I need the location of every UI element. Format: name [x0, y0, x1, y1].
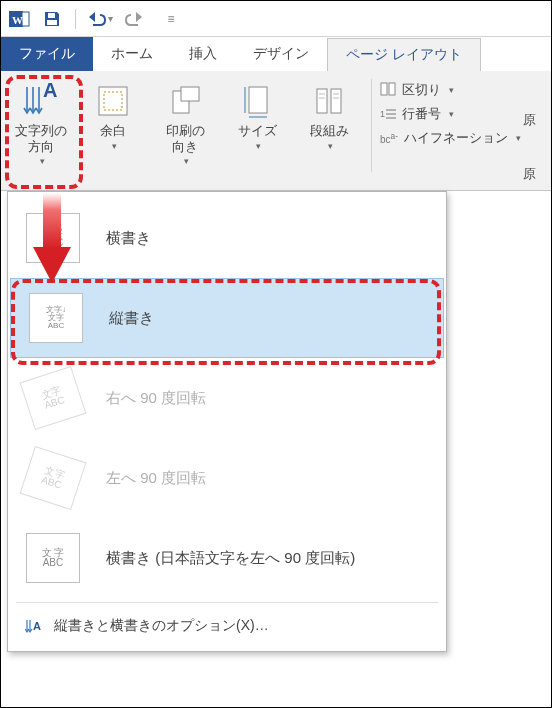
dd-item-rotate-left: 文字 ABC 左へ 90 度回転: [8, 438, 446, 518]
chevron-down-icon: ≡: [167, 12, 174, 26]
text-direction-dropdown: 文字 ABC 横書き 文字↓ 文字 ABC 縦書き 文字 ABC 右へ 90 度…: [7, 191, 447, 652]
thumb-rotate-right-icon: 文字 ABC: [20, 366, 87, 430]
ribbon-body: A 文字列の 方向 ▾ 余白 ▾ 印刷の 向き: [1, 71, 551, 191]
breaks-label: 区切り: [402, 81, 441, 99]
tab-insert[interactable]: 挿入: [171, 37, 235, 71]
orientation-button[interactable]: 印刷の 向き ▾: [149, 75, 221, 190]
dd-item-horizontal-jp-left[interactable]: 文 字 ABC 横書き (日本語文字を左へ 90 度回転): [8, 518, 446, 598]
tab-page-layout[interactable]: ページ レイアウト: [327, 38, 481, 72]
svg-rect-12: [181, 87, 199, 101]
svg-rect-22: [381, 83, 387, 95]
line-numbers-button[interactable]: 1 行番号 ▾: [380, 105, 521, 123]
dd-item-label: 横書き (日本語文字を左へ 90 度回転): [106, 549, 355, 568]
hyphenation-label: ハイフネーション: [404, 129, 508, 147]
columns-button[interactable]: 段組み ▾: [293, 75, 365, 190]
chevron-down-icon: ▾: [256, 141, 261, 151]
hyphenation-button[interactable]: bca- ハイフネーション ▾: [380, 129, 521, 147]
margins-icon: [93, 81, 133, 121]
text-direction-button[interactable]: A 文字列の 方向 ▾: [5, 75, 77, 190]
svg-text:A: A: [33, 620, 41, 632]
tab-file[interactable]: ファイル: [1, 37, 93, 71]
chevron-down-icon: ▾: [449, 109, 454, 119]
svg-rect-9: [99, 87, 127, 115]
chevron-down-icon: ▾: [112, 141, 117, 151]
quick-access-toolbar: W ▾ ≡: [1, 1, 551, 37]
text-direction-options-icon: A: [24, 617, 42, 635]
customize-qat-button[interactable]: ≡: [154, 4, 188, 34]
dd-item-horizontal[interactable]: 文字 ABC 横書き: [8, 198, 446, 278]
thumb-jp-left-icon: 文 字 ABC: [26, 533, 80, 583]
columns-label: 段組み: [310, 123, 349, 139]
thumb-vertical-icon: 文字↓ 文字 ABC: [29, 293, 83, 343]
svg-text:W: W: [12, 14, 23, 26]
undo-caret-icon: ▾: [108, 13, 113, 24]
text-direction-label: 文字列の 方向: [15, 123, 67, 154]
dd-item-label: 右へ 90 度回転: [106, 389, 206, 408]
line-numbers-icon: 1: [380, 106, 396, 123]
save-button[interactable]: [35, 4, 69, 34]
svg-rect-16: [317, 89, 327, 113]
size-label: サイズ: [238, 123, 277, 139]
thumb-horizontal-icon: 文字 ABC: [26, 213, 80, 263]
line-numbers-label: 行番号: [402, 105, 441, 123]
svg-text:A: A: [43, 81, 57, 101]
breaks-icon: [380, 82, 396, 99]
size-button[interactable]: サイズ ▾: [221, 75, 293, 190]
breaks-button[interactable]: 区切り ▾: [380, 81, 521, 99]
ribbon-separator: [371, 79, 372, 172]
dd-item-options[interactable]: A 縦書きと横書きのオプション(X)…: [8, 607, 446, 645]
dd-item-label: 縦書き: [109, 309, 154, 328]
margins-button[interactable]: 余白 ▾: [77, 75, 149, 190]
qat-separator: [75, 9, 76, 29]
hyphenation-icon: bca-: [380, 131, 398, 145]
text-direction-icon: A: [21, 81, 61, 121]
svg-rect-13: [249, 87, 267, 113]
svg-rect-4: [47, 20, 57, 25]
svg-rect-1: [22, 12, 29, 26]
margins-label: 余白: [100, 123, 126, 139]
thumb-rotate-left-icon: 文字 ABC: [20, 446, 87, 510]
svg-text:1: 1: [380, 109, 385, 119]
columns-icon: [309, 81, 349, 121]
chevron-down-icon: ▾: [449, 85, 454, 95]
dd-item-rotate-right: 文字 ABC 右へ 90 度回転: [8, 358, 446, 438]
svg-rect-23: [389, 83, 395, 95]
dd-item-label: 左へ 90 度回転: [106, 469, 206, 488]
chevron-down-icon: ▾: [328, 141, 333, 151]
tab-design[interactable]: デザイン: [235, 37, 327, 71]
chevron-down-icon: ▾: [516, 133, 521, 143]
orientation-label: 印刷の 向き: [166, 123, 205, 154]
redo-button[interactable]: [118, 4, 152, 34]
app-icon: W: [5, 5, 33, 33]
ribbon-tabs: ファイル ホーム 挿入 デザイン ページ レイアウト: [1, 37, 551, 71]
svg-rect-3: [48, 13, 55, 18]
undo-button[interactable]: ▾: [82, 4, 116, 34]
truncated-text-2: 原: [523, 165, 536, 183]
chevron-down-icon: ▾: [40, 156, 45, 166]
dd-item-label: 縦書きと横書きのオプション(X)…: [54, 617, 269, 635]
dd-item-label: 横書き: [106, 229, 151, 248]
orientation-icon: [165, 81, 205, 121]
svg-rect-17: [331, 89, 341, 113]
tab-home[interactable]: ホーム: [93, 37, 171, 71]
ribbon-group-breaks: 区切り ▾ 1 行番号 ▾ bca- ハイフネーション ▾: [376, 75, 525, 190]
truncated-text-1: 原: [523, 111, 536, 129]
size-icon: [237, 81, 277, 121]
dropdown-separator: [16, 602, 438, 603]
dd-item-vertical[interactable]: 文字↓ 文字 ABC 縦書き: [10, 278, 444, 358]
ribbon-group-page-setup: A 文字列の 方向 ▾ 余白 ▾ 印刷の 向き: [3, 75, 367, 190]
chevron-down-icon: ▾: [184, 156, 189, 166]
ribbon-right-truncated: 原 原: [523, 111, 551, 183]
